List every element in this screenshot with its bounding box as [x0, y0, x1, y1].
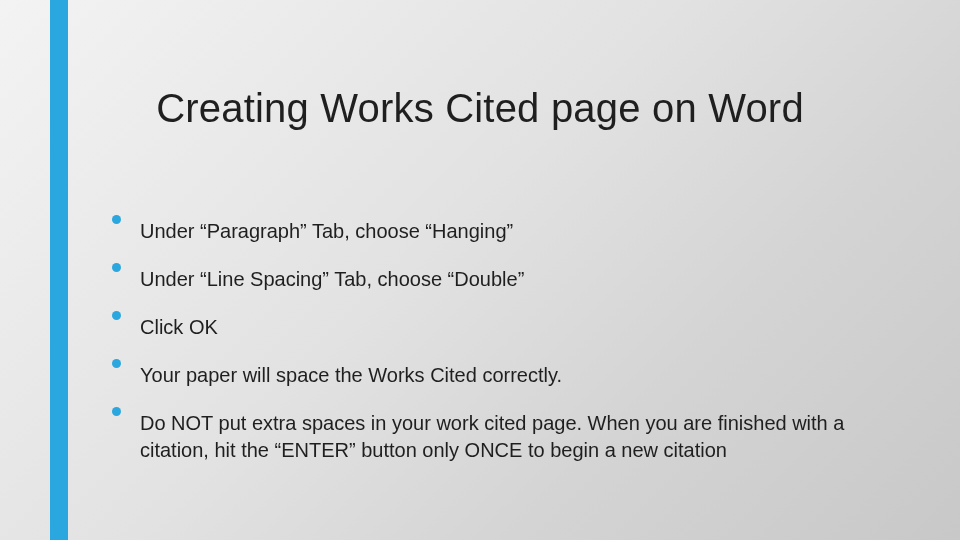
bullet-icon — [112, 215, 121, 224]
list-item-text: Do NOT put extra spaces in your work cit… — [140, 407, 902, 464]
bullet-icon — [112, 263, 121, 272]
list-item: Click OK — [112, 311, 902, 341]
accent-bar — [50, 0, 68, 540]
slide-title: Creating Works Cited page on Word — [0, 86, 960, 131]
list-item: Under “Paragraph” Tab, choose “Hanging” — [112, 215, 902, 245]
list-item-text: Click OK — [140, 311, 902, 341]
list-item-text: Your paper will space the Works Cited co… — [140, 359, 902, 389]
bullet-icon — [112, 359, 121, 368]
bullet-icon — [112, 407, 121, 416]
list-item: Do NOT put extra spaces in your work cit… — [112, 407, 902, 464]
list-item-text: Under “Line Spacing” Tab, choose “Double… — [140, 263, 902, 293]
bullet-icon — [112, 311, 121, 320]
list-item: Your paper will space the Works Cited co… — [112, 359, 902, 389]
list-item-text: Under “Paragraph” Tab, choose “Hanging” — [140, 215, 902, 245]
bullet-list: Under “Paragraph” Tab, choose “Hanging” … — [112, 215, 902, 482]
slide: Creating Works Cited page on Word Under … — [0, 0, 960, 540]
list-item: Under “Line Spacing” Tab, choose “Double… — [112, 263, 902, 293]
